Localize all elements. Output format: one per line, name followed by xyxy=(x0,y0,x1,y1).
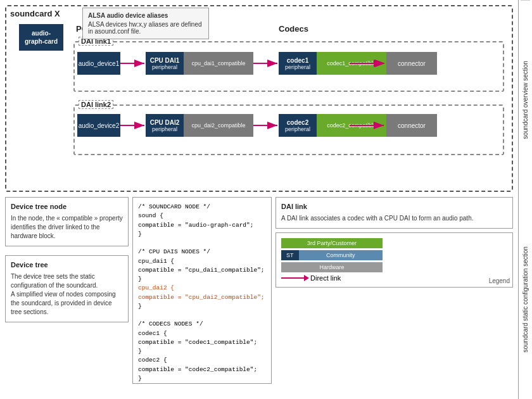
dai-link-info-body: A DAI link associates a codec with a CPU… xyxy=(281,214,507,223)
right-labels: soundcard overview section soundcard sta… xyxy=(518,0,532,399)
overview-section-label: soundcard overview section xyxy=(521,0,530,200)
codec1-label: codec1 peripheral xyxy=(279,52,317,75)
device-tree-title: Device tree xyxy=(11,261,123,269)
code-box: /* SOUNDCARD NODE */sound { compatible =… xyxy=(132,197,272,384)
connector1: connector xyxy=(386,52,437,75)
legend-arrow-line xyxy=(281,277,307,279)
alsa-body: ALSA devices hw:x,y aliases are defined … xyxy=(88,21,203,35)
legend-direct-link-label: Direct link xyxy=(310,274,341,282)
cpu-dai1-label: CPU DAI1 peripheral xyxy=(146,52,184,75)
device-tree-node-body: In the node, the « compatible » property… xyxy=(11,214,123,241)
alsa-box: ALSA audio device aliases ALSA devices h… xyxy=(82,8,209,39)
cpu-dai2-block: CPU DAI2 peripheral cpu_dai2_compatible xyxy=(146,114,253,137)
legend-st-community-row: ST Community xyxy=(281,250,383,260)
content-area: ALSA audio device aliases ALSA devices h… xyxy=(0,0,518,399)
audio-device1: audio_device1 xyxy=(77,52,120,75)
device-tree-box: Device tree The device tree sets the sta… xyxy=(5,255,129,322)
device-tree-body: The device tree sets the static configur… xyxy=(11,272,123,317)
cpu-dai1-block: CPU DAI1 peripheral cpu_dai1_compatible xyxy=(146,52,253,75)
dai-link-info-title: DAI link xyxy=(281,203,507,210)
cpu-dai2-label: CPU DAI2 peripheral xyxy=(146,114,184,137)
codec2-label: codec2 peripheral xyxy=(279,114,317,137)
config-section-label: soundcard static configuration section xyxy=(521,200,530,400)
soundcard-label: soundcard X xyxy=(10,9,60,18)
alsa-title: ALSA audio device aliases xyxy=(88,12,203,19)
codec2-block: codec2 peripheral codec2_compatible xyxy=(279,114,386,137)
legend-box: 3rd Party/Customer ST Community Hardware… xyxy=(276,232,513,288)
connector2: connector xyxy=(386,114,437,137)
right-info: DAI link A DAI link associates a codec w… xyxy=(276,197,513,384)
codec1-block: codec1 peripheral codec1_compatible xyxy=(279,52,386,75)
legend-st: ST xyxy=(281,250,299,260)
codec2-compatible: codec2_compatible xyxy=(317,114,386,137)
codec1-compatible: codec1_compatible xyxy=(317,52,386,75)
legend-label: Legend xyxy=(489,277,510,284)
overview-section: ALSA audio device aliases ALSA devices h… xyxy=(5,5,513,192)
config-section: Device tree node In the node, the « comp… xyxy=(5,197,513,384)
left-boxes: Device tree node In the node, the « comp… xyxy=(5,197,129,384)
dai-link-info-box: DAI link A DAI link associates a codec w… xyxy=(276,197,513,229)
audio-graph-card-box: audio-graph-card xyxy=(19,24,63,51)
audio-device2: audio_device2 xyxy=(77,114,120,137)
legend-community: Community xyxy=(299,250,383,260)
codecs-header: Codecs xyxy=(279,24,308,34)
cpu-dai2-compatible: cpu_dai2_compatible xyxy=(184,114,253,137)
device-tree-node-box: Device tree node In the node, the « comp… xyxy=(5,197,129,246)
dai-link2-label: DAI link2 xyxy=(79,100,113,109)
legend-hardware: Hardware xyxy=(281,262,383,272)
legend-direct-link-row: Direct link xyxy=(281,274,507,282)
device-tree-node-title: Device tree node xyxy=(11,203,123,210)
legend-3rd-party: 3rd Party/Customer xyxy=(281,238,383,248)
cpu-dai1-compatible: cpu_dai1_compatible xyxy=(184,52,253,75)
main-container: ALSA audio device aliases ALSA devices h… xyxy=(0,0,532,399)
